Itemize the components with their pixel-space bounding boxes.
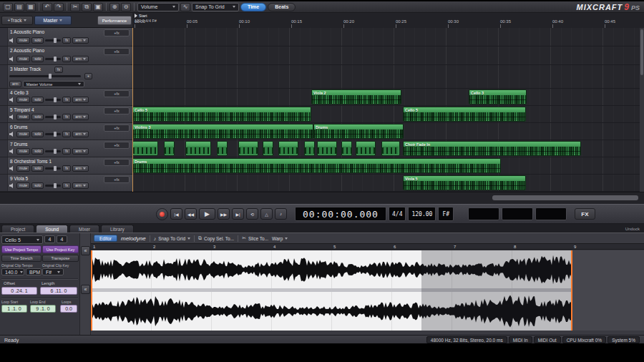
add-master-fx-button[interactable]: +	[84, 73, 92, 79]
midi-out-button[interactable]: MIDI Out	[534, 336, 561, 343]
timeline-ruler[interactable]: Start 120.0 4/4 F# 00:0000:0500:1000:150…	[132, 13, 644, 28]
track-lane[interactable]	[132, 47, 640, 65]
volume-fader[interactable]	[45, 133, 61, 135]
track-header[interactable]: 6 Drums+fxmutesolofxarm	[0, 123, 132, 140]
tempo-display[interactable]: 120.00	[408, 207, 436, 221]
tempo-unit-dropdown[interactable]: BPM	[26, 268, 42, 275]
loop-start-value[interactable]: 1 .1. 0	[1, 305, 27, 313]
track-lane[interactable]: Choir Fade In	[132, 140, 640, 157]
solo-button[interactable]: solo	[31, 131, 44, 137]
solo-button[interactable]: solo	[31, 56, 44, 62]
mute-button[interactable]: mute	[16, 114, 30, 120]
add-fx-button[interactable]: +fx	[104, 124, 130, 132]
solo-button[interactable]: solo	[31, 97, 44, 103]
key-display[interactable]: F#	[438, 207, 454, 221]
fx-button[interactable]: FX	[575, 208, 595, 220]
waveform-editor[interactable]	[91, 250, 644, 331]
spin-right[interactable]: 4	[57, 235, 67, 243]
fx-button[interactable]: fx	[62, 148, 71, 155]
original-key-dropdown[interactable]: F#	[42, 268, 64, 275]
midi-clip[interactable]	[164, 141, 175, 156]
go-to-start-button[interactable]: |◀	[170, 208, 182, 220]
fx-button[interactable]: fx	[62, 114, 71, 120]
punch-button[interactable]: ♪	[275, 208, 287, 220]
midi-clip[interactable]	[238, 141, 258, 156]
master-arm-button[interactable]: arm	[9, 81, 21, 87]
add-fx-button[interactable]: +fx	[104, 159, 130, 166]
original-tempo-dropdown[interactable]: 140.0	[1, 268, 24, 275]
audio-format-status[interactable]: 48000 Hz, 32 Bits, Stereo, 20.0 ms	[426, 336, 507, 343]
use-project-tempo-button[interactable]: Use Project Tempo	[1, 245, 42, 253]
volume-fader[interactable]	[45, 39, 61, 41]
vertical-scrollbar[interactable]	[640, 28, 644, 192]
audio-clip[interactable]: Viola 2	[311, 89, 401, 104]
midi-clip[interactable]	[304, 141, 315, 156]
tab-melodyne[interactable]: melodyne	[121, 235, 146, 242]
solo-button[interactable]: solo	[31, 114, 44, 120]
mute-button[interactable]: mute	[16, 165, 30, 172]
redo-icon[interactable]: ↷	[54, 3, 64, 11]
audio-clip[interactable]: Drums	[132, 158, 501, 173]
master-fx-button[interactable]: fx	[54, 67, 63, 73]
time-signature-display[interactable]: 4/4	[389, 207, 406, 221]
mute-button[interactable]: mute	[16, 182, 30, 189]
paste-icon[interactable]: ▣	[93, 3, 103, 11]
midi-clip[interactable]	[356, 141, 376, 156]
new-project-icon[interactable]: ▢	[3, 3, 13, 11]
undock-button[interactable]: Undock	[625, 227, 644, 233]
midi-clip[interactable]	[217, 141, 228, 156]
fx-button[interactable]: fx	[62, 56, 71, 62]
arm-button[interactable]: arm	[72, 56, 89, 62]
midi-clip[interactable]	[263, 141, 273, 156]
snap-to-grid-dropdown[interactable]: Snap To Grid	[192, 3, 239, 11]
horizontal-scrollbar[interactable]	[492, 195, 638, 200]
track-lane[interactable]: Viola 2Cello 3	[132, 89, 640, 106]
cpu-status[interactable]: CPU Mixcraft 0%	[562, 336, 606, 343]
fast-forward-button[interactable]: ▶▶	[218, 208, 230, 220]
mute-button[interactable]: mute	[16, 97, 30, 103]
metronome-button[interactable]: △	[260, 208, 273, 220]
editor-snap-dropdown[interactable]: ♪ Snap To Grid	[154, 236, 190, 241]
arm-button[interactable]: arm	[72, 37, 89, 44]
volume-fader[interactable]	[45, 58, 61, 60]
audio-clip[interactable]: Violins 3	[132, 124, 313, 139]
volume-fader[interactable]	[45, 185, 61, 187]
tab-library[interactable]: Library	[101, 225, 134, 233]
arrangement-area[interactable]: Viola 2Cello 3Cello 5Cello 5Violins 3Dru…	[132, 28, 640, 192]
clip-name-dropdown[interactable]: Cello 5	[1, 235, 43, 244]
solo-button[interactable]: solo	[31, 37, 44, 44]
master-tab[interactable]: Master	[34, 16, 72, 25]
tab-editor[interactable]: Editor	[94, 235, 117, 242]
loop-button[interactable]: ⟲	[246, 208, 258, 220]
track-header[interactable]: 2 Acoustic Piano+fxmutesolofxarm	[0, 47, 132, 65]
track-header[interactable]: 7 Drums+fxmutesolofxarm	[0, 140, 132, 157]
add-fx-button[interactable]: +fx	[104, 107, 130, 114]
tab-sound[interactable]: Sound	[36, 225, 68, 233]
zoom-in-icon[interactable]: ⊕	[109, 3, 119, 11]
track-lane[interactable]: Violins 3Drums	[132, 123, 640, 140]
midi-clip[interactable]	[132, 141, 158, 156]
save-icon[interactable]: ▦	[26, 3, 36, 11]
fx-button[interactable]: fx	[62, 37, 71, 44]
editor-ruler[interactable]: 123456789	[91, 243, 644, 250]
track-header[interactable]: 5 Timpani 4+fxmutesolofxarm	[0, 106, 132, 123]
collapse-panel-button[interactable]: «	[81, 246, 90, 255]
arm-button[interactable]: arm	[72, 131, 89, 137]
playhead[interactable]	[132, 28, 133, 192]
track-header[interactable]: 1 Acoustic Piano+fxmutesolofxarm	[0, 28, 132, 47]
track-lane[interactable]: Cello 5Cello 5	[132, 106, 640, 123]
volume-fader[interactable]	[45, 99, 61, 101]
track-header[interactable]: 3 Master Trackfx+armMaster Volume	[0, 65, 132, 89]
solo-button[interactable]: solo	[31, 165, 44, 172]
audio-clip[interactable]: Cello 5	[403, 107, 526, 122]
add-fx-button[interactable]: +fx	[104, 176, 130, 183]
add-fx-button[interactable]: +fx	[104, 48, 130, 55]
track-lane[interactable]	[132, 28, 640, 47]
zoom-out-icon[interactable]: ⊖	[121, 3, 131, 11]
offset-value[interactable]: 0 .24. 1	[1, 287, 37, 295]
record-button[interactable]	[156, 208, 168, 220]
warp-dropdown[interactable]: Warp	[272, 236, 288, 241]
time-mode-button[interactable]: Time	[240, 3, 266, 11]
copy-selection-button[interactable]: ⧉ Copy Sel. To...	[198, 235, 234, 241]
collapse-panel-button-2[interactable]: «	[81, 285, 90, 294]
